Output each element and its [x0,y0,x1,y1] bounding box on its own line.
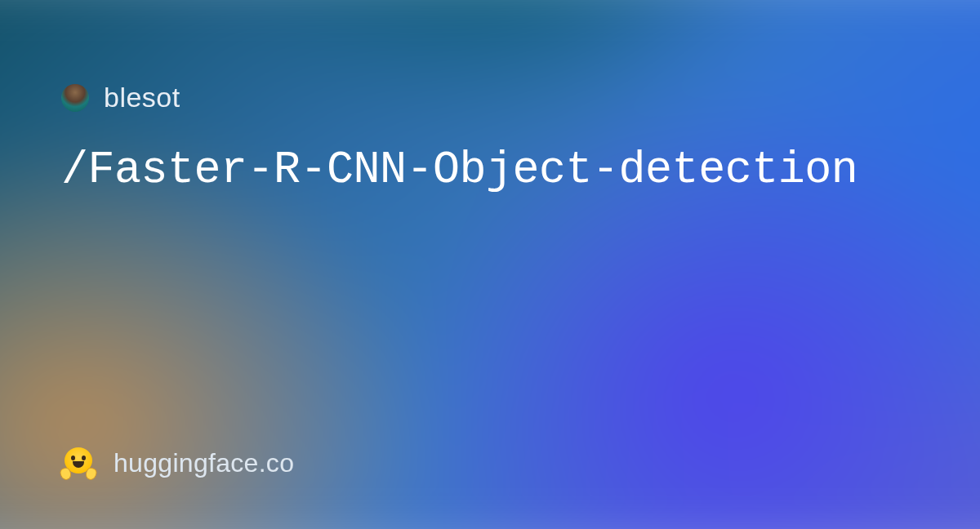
footer: huggingface.co [61,446,919,480]
username: blesot [104,82,180,113]
repo-path: /Faster-R-CNN-Object-detection [61,144,919,196]
user-row: blesot [61,82,919,113]
huggingface-logo-icon [61,446,96,480]
site-name: huggingface.co [114,448,294,478]
card-content: blesot /Faster-R-CNN-Object-detection hu… [0,0,980,529]
user-avatar [61,84,89,112]
